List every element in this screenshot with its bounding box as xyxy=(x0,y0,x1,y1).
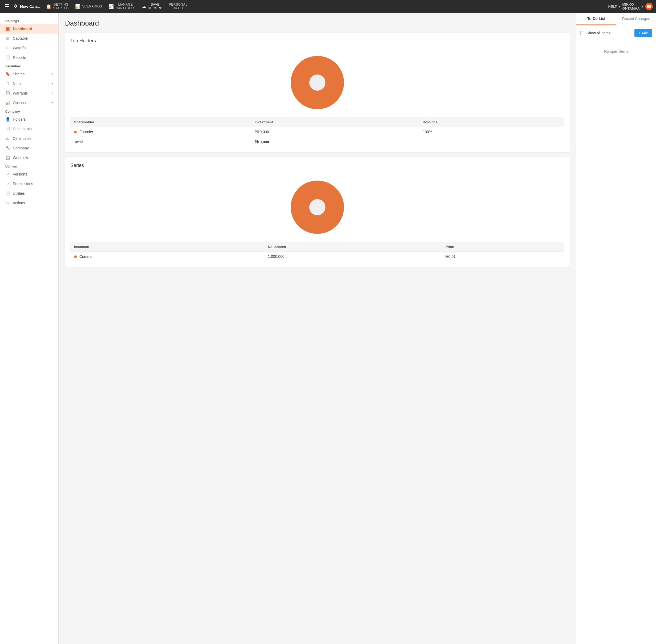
hamburger-menu[interactable]: ☰ xyxy=(3,2,11,11)
options-chevron-icon: ▾ xyxy=(51,101,53,105)
sidebar-item-company[interactable]: 🔧 Company xyxy=(0,143,58,153)
brand-label: New Cap... xyxy=(20,4,40,9)
series-pie-chart xyxy=(288,178,347,236)
svg-point-1 xyxy=(309,74,325,91)
col-no-shares: No. Shares xyxy=(264,242,442,252)
scenarios-icon: 📊 xyxy=(75,4,81,9)
table-row: Founder ₪10,000 100% xyxy=(70,127,564,137)
workflow-label: Workflow xyxy=(13,156,28,160)
common-price: ₪0.01 xyxy=(442,252,564,261)
manage-captables-label: MANAGECAPTABLES xyxy=(116,3,135,10)
documents-icon: 📄 xyxy=(5,127,10,131)
company-label: Company xyxy=(13,146,29,150)
show-all-text: Show all items xyxy=(586,31,610,35)
company-icon: 🔧 xyxy=(5,146,10,151)
sidebar-item-permissions[interactable]: ↗ Permissions xyxy=(0,179,58,188)
nav-logo[interactable]: EE xyxy=(645,3,653,10)
tab-todo-list-label: To-Do List xyxy=(587,17,605,21)
sidebar-item-dashboard[interactable]: ▦ Dashboard xyxy=(0,24,58,33)
nav-scenarios[interactable]: 📊 SCENARIOS xyxy=(72,2,105,10)
nav-right: HELP ▾ MIKKOOHTAMAA ▾ EE xyxy=(608,2,653,10)
nav-save-record[interactable]: ☁ SAVERECORD xyxy=(139,1,165,12)
permissions-label: Permissions xyxy=(13,182,33,186)
issuance-name: Common xyxy=(70,252,264,261)
app-body: Holdings ▦ Dashboard ⊞ Captable ⊡ Waterf… xyxy=(0,13,656,644)
main-content: Dashboard Top Holders Shareholder Invest… xyxy=(59,13,576,644)
sidebar-item-utilities[interactable]: 📄 Utilities xyxy=(0,188,58,198)
sidebar-item-actions[interactable]: ⚙ Actions xyxy=(0,198,58,208)
col-price: Price xyxy=(442,242,564,252)
shareholder-name: Founder xyxy=(70,127,251,137)
series-chart xyxy=(70,172,564,242)
col-issuance: Issuance xyxy=(70,242,264,252)
tab-recent-changes-label: Recent Changes xyxy=(622,17,650,21)
dashboard-icon: ▦ xyxy=(5,26,10,31)
captable-icon: ⊞ xyxy=(5,36,10,41)
scenarios-label: SCENARIOS xyxy=(82,4,102,8)
warrants-label: Warrants xyxy=(13,91,28,95)
no-items-message: No open items xyxy=(580,41,652,62)
sidebar: Holdings ▦ Dashboard ⊞ Captable ⊡ Waterf… xyxy=(0,13,59,644)
show-all-checkbox[interactable] xyxy=(580,31,584,35)
show-all-label[interactable]: Show all items xyxy=(580,31,610,35)
shares-label: Shares xyxy=(13,72,24,76)
holders-label: Holders xyxy=(13,117,26,121)
reports-icon: 📄 xyxy=(5,55,10,60)
workflow-icon: 📋 xyxy=(5,155,10,160)
founder-dot xyxy=(74,131,77,134)
sidebar-item-workflow[interactable]: 📋 Workflow xyxy=(0,153,58,162)
utilities-label: Utilities xyxy=(13,191,25,196)
nav-manage-captables[interactable]: 📈 MANAGECAPTABLES xyxy=(106,1,138,12)
nav-getting-started[interactable]: 📋 GETTINGSTARTED xyxy=(43,1,71,12)
permissions-icon: ↗ xyxy=(5,181,10,186)
sidebar-item-warrants[interactable]: 📋 Warrants ▾ xyxy=(0,88,58,98)
table-row-total: Total ₪10,000 xyxy=(70,137,564,147)
sidebar-item-waterfall[interactable]: ⊡ Waterfall xyxy=(0,43,58,53)
getting-started-label: GETTINGSTARTED xyxy=(53,3,68,10)
utilities-icon: 📄 xyxy=(5,191,10,196)
documents-label: Documents xyxy=(13,127,32,131)
nav-personal-draft[interactable]: PERSONALDRAFT xyxy=(166,1,190,12)
shares-icon: 🔖 xyxy=(5,72,10,76)
sidebar-item-certificates[interactable]: 🗂 Certificates xyxy=(0,134,58,143)
dashboard-label: Dashboard xyxy=(13,27,32,31)
help-label: HELP xyxy=(608,4,617,8)
sidebar-item-documents[interactable]: 📄 Documents xyxy=(0,124,58,134)
nav-user[interactable]: MIKKOOHTAMAA ▾ xyxy=(623,2,643,10)
right-panel-tabs: To-Do List Recent Changes xyxy=(576,13,656,25)
series-card: Series Issuance No. Shares Price xyxy=(65,157,570,267)
options-icon: 📊 xyxy=(5,100,10,105)
getting-started-icon: 📋 xyxy=(46,4,52,9)
right-panel: To-Do List Recent Changes Show all items… xyxy=(576,13,656,644)
sidebar-item-options[interactable]: 📊 Options ▾ xyxy=(0,98,58,108)
reports-label: Reports xyxy=(13,55,26,60)
certificates-label: Certificates xyxy=(13,136,31,141)
add-button[interactable]: + Add xyxy=(634,29,652,37)
notes-icon: 🗒 xyxy=(5,81,10,86)
versions-icon: ↗ xyxy=(5,172,10,177)
top-holders-title: Top Holders xyxy=(70,38,564,44)
nav-brand[interactable]: ✈ New Cap... xyxy=(14,3,40,9)
actions-label: Actions xyxy=(13,201,25,205)
nav-help[interactable]: HELP ▾ xyxy=(608,4,620,8)
brand-icon: ✈ xyxy=(14,3,18,9)
total-label: Total xyxy=(70,137,251,147)
sidebar-item-holders[interactable]: 👤 Holders xyxy=(0,115,58,124)
utilities-section-title: Utilities xyxy=(0,162,58,169)
holders-icon: 👤 xyxy=(5,117,10,122)
notes-chevron-icon: ▾ xyxy=(51,82,53,86)
securities-section-title: Securities xyxy=(0,62,58,69)
tab-recent-changes[interactable]: Recent Changes xyxy=(616,13,656,25)
certificates-icon: 🗂 xyxy=(5,136,10,141)
notes-label: Notes xyxy=(13,82,23,86)
sidebar-item-shares[interactable]: 🔖 Shares ▾ xyxy=(0,69,58,79)
top-holders-pie-chart xyxy=(288,53,347,112)
tab-todo-list[interactable]: To-Do List xyxy=(576,13,616,25)
sidebar-item-notes[interactable]: 🗒 Notes ▾ xyxy=(0,79,58,88)
sidebar-item-reports[interactable]: 📄 Reports xyxy=(0,53,58,62)
captable-label: Captable xyxy=(13,36,28,41)
total-investment: ₪10,000 xyxy=(251,137,419,147)
col-shareholder: Shareholder xyxy=(70,117,251,127)
sidebar-item-captable[interactable]: ⊞ Captable xyxy=(0,33,58,43)
sidebar-item-versions[interactable]: ↗ Versions xyxy=(0,169,58,179)
